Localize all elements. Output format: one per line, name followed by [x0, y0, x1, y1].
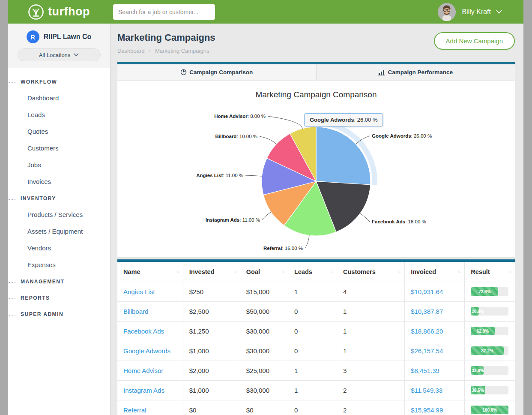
- leads-value: 0: [294, 308, 298, 315]
- cell-result: 72.9%: [465, 282, 515, 301]
- main-content: Marketing Campaigns Dashboard › Marketin…: [111, 24, 523, 415]
- column-header-customers[interactable]: Customers↑↓: [337, 262, 405, 282]
- cell-invested: $250: [183, 282, 240, 301]
- pie-label-angies-list: Angies List: 11.00 %: [196, 173, 243, 178]
- sidebar-item-customers[interactable]: Customers: [8, 140, 110, 156]
- column-header-leads[interactable]: Leads↑↓: [288, 262, 337, 282]
- pie-slice-google-adwords[interactable]: [316, 127, 371, 185]
- page-title: Marketing Campaigns: [117, 32, 215, 43]
- campaign-name-link[interactable]: Google Adwords: [123, 347, 170, 355]
- company-block: R RIIPL Lawn Co All Locations: [8, 24, 110, 68]
- column-header-result[interactable]: Result↑↓: [465, 262, 515, 282]
- sidebar-section-reports[interactable]: REPORTS: [8, 289, 110, 306]
- invested-value: $2,500: [189, 308, 209, 315]
- sidebar-item-leads[interactable]: Leads: [8, 106, 110, 123]
- campaign-name-link[interactable]: Referral: [123, 406, 146, 414]
- sidebar-item-jobs[interactable]: Jobs: [8, 156, 110, 173]
- sort-icon[interactable]: ↑↓: [233, 269, 236, 274]
- column-header-invested[interactable]: Invested↑↓: [183, 262, 240, 282]
- chevron-down-icon: [74, 53, 79, 57]
- cell-invoiced: $8,451.39: [405, 361, 465, 380]
- tab-campaign-comparison[interactable]: Campaign Comparison: [117, 64, 316, 80]
- pie-chart[interactable]: Google Adwords: 26.00 %Facebook Ads: 18.…: [117, 81, 514, 257]
- sidebar-section-super-admin[interactable]: SUPER ADMIN: [8, 306, 110, 322]
- cell-leads: 1: [288, 282, 337, 301]
- column-label: Name: [123, 268, 140, 275]
- invoiced-link[interactable]: $8,451.39: [411, 367, 439, 374]
- invested-value: $2,000: [189, 367, 209, 374]
- sort-icon[interactable]: ↑↓: [508, 269, 511, 274]
- company-avatar: R: [27, 30, 39, 43]
- cell-customers: 1: [337, 301, 405, 321]
- sort-icon[interactable]: ↑↓: [457, 269, 460, 274]
- leads-value: 0: [294, 406, 298, 414]
- campaign-name-link[interactable]: Instagram Ads: [123, 387, 164, 394]
- result-progress-bar: 33.8%: [471, 366, 508, 375]
- cell-result: 33.8%: [465, 361, 515, 380]
- sidebar-item-vendors[interactable]: Vendors: [8, 240, 110, 256]
- sidebar: R RIIPL Lawn Co All Locations WORKFLOWDa…: [8, 24, 111, 415]
- cell-leads: 0: [288, 301, 337, 321]
- column-label: Result: [471, 268, 490, 275]
- column-header-name[interactable]: Name↑↓: [117, 262, 183, 282]
- sort-icon[interactable]: ↑↓: [398, 269, 400, 274]
- column-label: Goal: [246, 268, 260, 275]
- pie-label-connector: [262, 212, 271, 220]
- campaigns-table: Name↑↓Invested↑↓Goal↑↓Leads↑↓Customers↑↓…: [117, 262, 515, 415]
- column-header-goal[interactable]: Goal↑↓: [240, 262, 288, 282]
- result-percent-label: 20.8%: [472, 309, 484, 314]
- cell-leads: 1: [288, 361, 337, 380]
- cell-name: Angies List: [117, 282, 183, 301]
- tab-campaign-performance[interactable]: Campaign Performance: [316, 64, 515, 80]
- sidebar-section-label: REPORTS: [21, 295, 50, 301]
- sidebar-item-assets-equipment[interactable]: Assets / Equipment: [8, 223, 110, 240]
- campaign-name-link[interactable]: Home Advisor: [123, 367, 163, 374]
- sidebar-item-quotes[interactable]: Quotes: [8, 123, 110, 140]
- sidebar-item-expenses[interactable]: Expenses: [8, 256, 110, 273]
- location-selector[interactable]: All Locations: [18, 48, 101, 61]
- sidebar-item-dashboard[interactable]: Dashboard: [8, 90, 110, 106]
- table-row: Google Adwords$1,000$30,00001$26,157.548…: [117, 341, 515, 361]
- sidebar-section-workflow[interactable]: WORKFLOW: [8, 73, 110, 90]
- cell-customers: 2: [337, 380, 405, 400]
- invested-value: $1,000: [189, 347, 209, 355]
- invoiced-link[interactable]: $10,931.64: [411, 288, 443, 295]
- pie-chart-area: Marketing Campaign Comparison Google Adw…: [117, 81, 515, 257]
- user-menu[interactable]: Billy Kraft: [438, 3, 502, 21]
- add-new-campaign-button[interactable]: Add New Campaign: [434, 32, 515, 50]
- cell-result: 87.2%: [465, 341, 515, 361]
- sidebar-section-management[interactable]: MANAGEMENT: [8, 273, 110, 289]
- turfhop-logo[interactable]: turfhop: [27, 3, 90, 21]
- sidebar-item-products-services[interactable]: Products / Services: [8, 206, 110, 223]
- campaign-name-link[interactable]: Facebook Ads: [123, 328, 164, 335]
- invoiced-link[interactable]: $18,866.20: [411, 328, 443, 335]
- company-name: RIIPL Lawn Co: [44, 33, 92, 41]
- invoiced-link[interactable]: $11,549.33: [411, 387, 442, 394]
- campaign-name-link[interactable]: Billboard: [123, 308, 148, 315]
- table-row: Referral$0$002$15,954.99100.0%: [117, 400, 515, 415]
- cell-invoiced: $26,157.54: [405, 341, 465, 361]
- invoiced-link[interactable]: $26,157.54: [411, 347, 443, 355]
- tab-label: Campaign Comparison: [189, 69, 253, 75]
- sort-icon[interactable]: ↑↓: [281, 269, 284, 274]
- pie-label-connector: [360, 214, 370, 222]
- table-row: Billboard$2,500$50,00001$10,387.8720.8%: [117, 301, 515, 321]
- result-progress-bar: 72.9%: [471, 287, 508, 296]
- result-percent-label: 62.9%: [477, 329, 489, 334]
- search-input[interactable]: [113, 4, 215, 20]
- cell-customers: 4: [337, 282, 405, 301]
- dashes-icon: [9, 82, 15, 84]
- campaign-name-link[interactable]: Angies List: [123, 288, 155, 295]
- breadcrumb-dashboard[interactable]: Dashboard: [117, 48, 145, 54]
- sort-icon[interactable]: ↑↓: [330, 269, 332, 274]
- column-header-invoiced[interactable]: Invoiced↑↓: [405, 262, 465, 282]
- sidebar-section-inventory[interactable]: INVENTORY: [8, 190, 110, 206]
- cell-result: 100.0%: [465, 400, 515, 415]
- result-progress-bar: 87.2%: [471, 346, 508, 355]
- invoiced-link[interactable]: $10,387.87: [411, 308, 443, 315]
- invoiced-link[interactable]: $15,954.99: [411, 406, 443, 414]
- cell-goal: $30,000: [240, 341, 288, 361]
- sort-icon[interactable]: ↑↓: [176, 269, 179, 274]
- invested-value: $250: [189, 288, 203, 295]
- sidebar-item-invoices[interactable]: Invoices: [8, 173, 110, 190]
